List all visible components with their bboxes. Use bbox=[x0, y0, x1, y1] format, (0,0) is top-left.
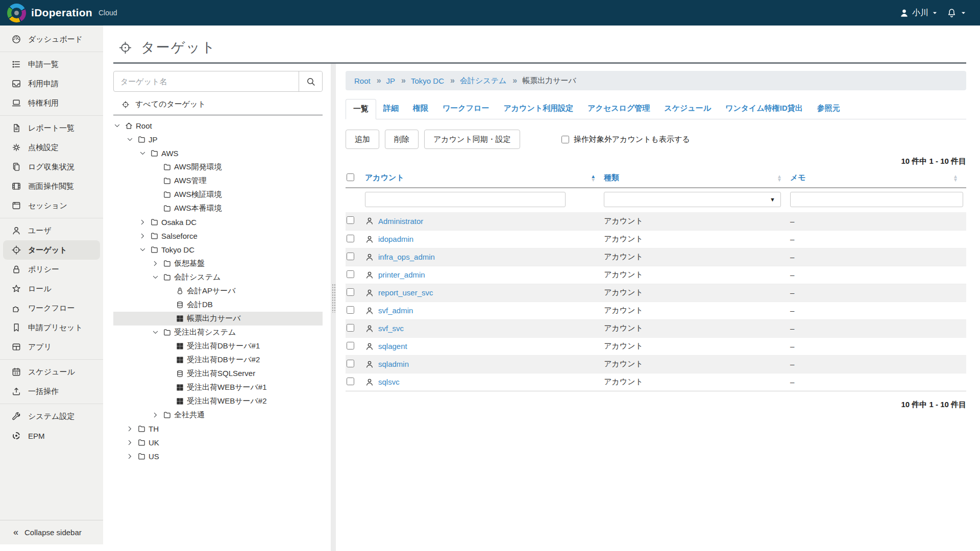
sidebar-item-privileged-use[interactable]: 特権利用 bbox=[0, 93, 103, 113]
sidebar-item-session[interactable]: セッション bbox=[0, 196, 103, 215]
column-header[interactable]: アカウント bbox=[365, 173, 404, 183]
tab-account-usage-settings[interactable]: アカウント利用設定 bbox=[496, 99, 580, 119]
breadcrumb-link[interactable]: JP bbox=[386, 77, 396, 85]
sort-arrows-icon[interactable]: ▲▼ bbox=[591, 174, 596, 182]
sidebar-item-workflow[interactable]: ワークフロー bbox=[0, 298, 103, 318]
tree-node[interactable]: 受注出荷WEBサーバ#1 bbox=[113, 381, 323, 394]
tab-list[interactable]: 一覧 bbox=[346, 99, 376, 119]
sidebar-item-targets[interactable]: ターゲット bbox=[3, 240, 100, 260]
chevron-right-icon[interactable] bbox=[139, 232, 150, 240]
tab-onetime-privileged-id[interactable]: ワンタイム特権ID貸出 bbox=[718, 99, 810, 119]
column-header[interactable]: 種類 bbox=[604, 173, 619, 183]
sidebar-item-schedule[interactable]: スケジュール bbox=[0, 362, 103, 382]
chevron-right-icon[interactable] bbox=[152, 260, 163, 267]
account-link[interactable]: sqlsvc bbox=[378, 378, 400, 386]
row-checkbox[interactable] bbox=[347, 342, 354, 349]
memo-filter-input[interactable] bbox=[790, 192, 963, 207]
row-checkbox[interactable] bbox=[347, 235, 354, 242]
row-checkbox[interactable] bbox=[347, 306, 354, 314]
row-checkbox[interactable] bbox=[347, 360, 354, 367]
search-button[interactable] bbox=[299, 71, 322, 91]
tab-details[interactable]: 詳細 bbox=[376, 99, 406, 119]
account-link[interactable]: infra_ops_admin bbox=[378, 253, 435, 261]
tree-node[interactable]: Root bbox=[113, 119, 323, 133]
tree-node[interactable]: US bbox=[113, 449, 323, 463]
account-link[interactable]: svf_svc bbox=[378, 324, 404, 333]
chevron-right-icon[interactable] bbox=[126, 425, 137, 433]
account-link[interactable]: Administrator bbox=[378, 217, 423, 226]
sidebar-item-screen-operation-view[interactable]: 画面操作閲覧 bbox=[0, 177, 103, 196]
tree-node[interactable]: TH bbox=[113, 422, 323, 436]
row-checkbox[interactable] bbox=[347, 324, 354, 332]
breadcrumb-link[interactable]: 会計システム bbox=[460, 76, 506, 86]
chevron-down-icon[interactable] bbox=[113, 122, 125, 130]
sidebar-item-log-collection[interactable]: ログ収集状況 bbox=[0, 157, 103, 177]
tree-node[interactable]: AWS検証環境 bbox=[113, 188, 323, 202]
sidebar-item-system-settings[interactable]: システム設定 bbox=[0, 407, 103, 426]
tree-node[interactable]: 会計DB bbox=[113, 298, 323, 312]
sidebar-item-request-preset[interactable]: 申請プリセット bbox=[0, 318, 103, 337]
account-link[interactable]: svf_admin bbox=[378, 306, 413, 315]
sidebar-item-users[interactable]: ユーザ bbox=[0, 221, 103, 240]
account-sync-settings-button[interactable]: アカウント同期・設定 bbox=[424, 130, 520, 149]
account-filter-input[interactable] bbox=[365, 192, 566, 207]
all-targets-item[interactable]: すべてのターゲット bbox=[113, 92, 323, 115]
tree-node[interactable]: Tokyo DC bbox=[113, 243, 323, 257]
tree-node[interactable]: 会計APサーバ bbox=[113, 284, 323, 298]
chevron-right-icon[interactable] bbox=[152, 411, 163, 419]
tab-access-log-management[interactable]: アクセスログ管理 bbox=[580, 99, 657, 119]
tab-permissions[interactable]: 権限 bbox=[406, 99, 435, 119]
tree-node[interactable]: Salseforce bbox=[113, 229, 323, 243]
sidebar-item-epm[interactable]: EPM bbox=[0, 426, 103, 445]
tree-node[interactable]: 受注出荷SQLServer bbox=[113, 367, 323, 381]
sidebar-item-report-list[interactable]: レポート一覧 bbox=[0, 118, 103, 138]
chevron-right-icon[interactable] bbox=[126, 439, 137, 446]
collapse-sidebar-button[interactable]: « Collapse sidebar bbox=[0, 520, 103, 544]
breadcrumb-link[interactable]: Root bbox=[354, 77, 371, 85]
account-link[interactable]: printer_admin bbox=[378, 270, 425, 279]
chevron-down-icon[interactable] bbox=[139, 246, 150, 254]
tree-node[interactable]: 受注出荷DBサーバ#2 bbox=[113, 353, 323, 367]
target-search-input[interactable] bbox=[114, 71, 299, 91]
account-link[interactable]: report_user_svc bbox=[378, 288, 433, 297]
type-filter-select[interactable]: ▼ bbox=[604, 192, 781, 207]
tree-node[interactable]: 全社共通 bbox=[113, 408, 323, 422]
tab-references[interactable]: 参照元 bbox=[810, 99, 847, 119]
add-button[interactable]: 追加 bbox=[346, 130, 379, 149]
sort-arrows-icon[interactable]: ▲▼ bbox=[777, 174, 782, 182]
account-link[interactable]: sqlagent bbox=[378, 342, 407, 350]
chevron-down-icon[interactable] bbox=[139, 149, 150, 157]
delete-button[interactable]: 削除 bbox=[385, 130, 419, 149]
tree-node[interactable]: UK bbox=[113, 436, 323, 449]
tree-node[interactable]: 帳票出力サーバ bbox=[113, 312, 323, 325]
select-all-checkbox[interactable] bbox=[347, 173, 354, 181]
chevron-right-icon[interactable] bbox=[139, 218, 150, 226]
row-checkbox[interactable] bbox=[347, 270, 354, 278]
sort-arrows-icon[interactable]: ▲▼ bbox=[953, 174, 958, 182]
account-link[interactable]: idopadmin bbox=[378, 235, 413, 243]
show-excluded-accounts-checkbox[interactable] bbox=[561, 136, 569, 143]
sidebar-item-bulk-operation[interactable]: 一括操作 bbox=[0, 382, 103, 401]
chevron-down-icon[interactable] bbox=[152, 273, 163, 281]
tab-workflow[interactable]: ワークフロー bbox=[435, 99, 496, 119]
row-checkbox[interactable] bbox=[347, 253, 354, 260]
tree-node[interactable]: 会計システム bbox=[113, 270, 323, 284]
tree-node[interactable]: AWS管理 bbox=[113, 174, 323, 188]
tree-node[interactable]: 受注出荷システム bbox=[113, 325, 323, 339]
user-menu[interactable]: 小川 bbox=[896, 6, 941, 20]
tree-node[interactable]: 仮想基盤 bbox=[113, 257, 323, 270]
show-excluded-accounts-toggle[interactable]: 操作対象外アカウントも表示する bbox=[561, 135, 690, 144]
sidebar-item-request-list[interactable]: 申請一覧 bbox=[0, 55, 103, 74]
row-checkbox[interactable] bbox=[347, 216, 354, 224]
notifications-menu[interactable] bbox=[943, 6, 970, 20]
sidebar-item-usage-request[interactable]: 利用申請 bbox=[0, 74, 103, 93]
tree-splitter[interactable] bbox=[331, 64, 336, 551]
tree-node[interactable]: Osaka DC bbox=[113, 215, 323, 229]
chevron-down-icon[interactable] bbox=[152, 329, 163, 336]
sidebar-item-inspection-settings[interactable]: 点検設定 bbox=[0, 138, 103, 157]
sidebar-item-apps[interactable]: アプリ bbox=[0, 337, 103, 357]
column-header[interactable]: メモ bbox=[790, 173, 806, 183]
sidebar-item-roles[interactable]: ロール bbox=[0, 279, 103, 298]
tree-node[interactable]: JP bbox=[113, 133, 323, 146]
chevron-down-icon[interactable] bbox=[126, 136, 137, 143]
